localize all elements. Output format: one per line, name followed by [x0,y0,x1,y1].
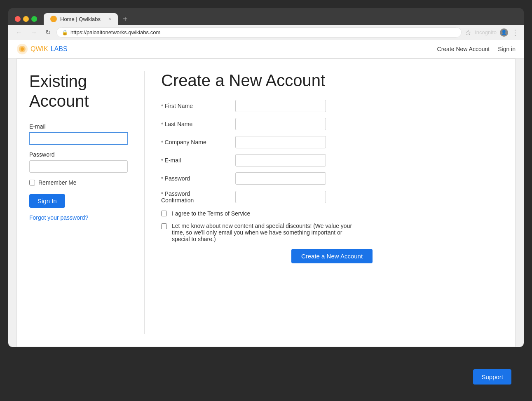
company-name-row: * Company Name [161,136,503,148]
new-password-row: * Password [161,172,503,185]
browser-window: Home | Qwiklabs × + ← → ↻ 🔒 https://palo… [8,8,524,347]
existing-account-title: Existing Account [29,71,128,111]
first-name-row: * First Name [161,100,503,112]
minimize-button[interactable] [23,16,29,22]
logo[interactable]: QWIKLABS [16,43,68,55]
terms-label: I agree to the Terms of Service [172,210,250,217]
site-header: QWIKLABS Create New Account Sign in [8,40,524,59]
remember-me-label: Remember Me [38,179,77,186]
remember-me-checkbox[interactable] [29,180,35,185]
forgot-password-link[interactable]: Forgot your password? [29,214,128,221]
svg-point-3 [21,47,24,51]
logo-labs: LABS [51,45,68,53]
create-account-button[interactable]: Create a New Account [291,249,373,263]
last-name-row: * Last Name [161,118,503,130]
bookmark-icon[interactable]: ☆ [465,28,471,37]
email-label: E-mail [29,123,128,130]
last-name-input[interactable] [235,118,326,130]
company-name-input[interactable] [235,136,326,148]
new-account-title: Create a New Account [161,71,503,90]
sign-in-button[interactable]: Sign In [29,194,65,208]
new-email-input[interactable] [235,154,326,166]
support-button[interactable]: Support [473,369,511,385]
terms-checkbox[interactable] [161,211,167,216]
new-email-label: * E-mail [161,157,235,164]
maximize-button[interactable] [31,16,37,22]
more-options-icon[interactable]: ⋮ [511,28,519,37]
password-confirm-row: * PasswordConfirmation [161,190,503,204]
tab-bar: Home | Qwiklabs × + [44,13,131,25]
password-confirm-input[interactable] [235,191,326,203]
email-group: E-mail [29,123,128,145]
last-name-label: * Last Name [161,121,235,127]
incognito-icon: 👤 [500,28,508,37]
password-input[interactable] [29,160,128,173]
page-content: QWIKLABS Create New Account Sign in Exis… [8,40,524,347]
active-tab[interactable]: Home | Qwiklabs × [44,13,118,25]
new-email-row: * E-mail [161,154,503,166]
forward-button[interactable]: → [28,28,40,37]
newsletter-checkbox[interactable] [161,223,167,229]
first-name-label: * First Name [161,103,235,109]
traffic-lights [15,16,37,22]
new-account-section: Create a New Account * First Name * Last… [145,71,503,334]
lock-icon: 🔒 [62,30,68,35]
remember-me-group: Remember Me [29,179,128,186]
tab-close-button[interactable]: × [108,16,111,22]
title-bar: Home | Qwiklabs × + [8,8,524,25]
content-card: Existing Account E-mail Password Remembe… [16,59,516,347]
existing-account-section: Existing Account E-mail Password Remembe… [29,71,145,334]
new-password-input[interactable] [235,172,326,185]
company-name-label: * Company Name [161,139,235,145]
incognito-label: Incognito [475,29,497,35]
url-input[interactable]: 🔒 https://paloaltonetworks.qwiklabs.com [56,27,462,38]
refresh-button[interactable]: ↻ [43,28,53,37]
svg-point-0 [52,17,56,21]
close-button[interactable] [15,16,21,22]
header-links: Create New Account Sign in [437,46,516,52]
new-tab-button[interactable]: + [120,14,131,24]
password-confirm-label: * PasswordConfirmation [161,190,235,204]
logo-qwik: QWIK [30,45,48,53]
newsletter-row: Let me know about new content and specia… [161,223,503,242]
back-button[interactable]: ← [13,28,25,37]
newsletter-label: Let me know about new content and specia… [172,223,357,242]
terms-row: I agree to the Terms of Service [161,210,503,217]
tab-title: Home | Qwiklabs [60,16,101,22]
create-account-link[interactable]: Create New Account [437,46,490,52]
address-bar: ← → ↻ 🔒 https://paloaltonetworks.qwiklab… [8,25,524,40]
first-name-input[interactable] [235,100,326,112]
tab-favicon [50,16,57,22]
new-password-label: * Password [161,175,235,182]
sign-in-link[interactable]: Sign in [498,46,516,52]
logo-icon [16,43,28,55]
password-label: Password [29,151,128,158]
email-input[interactable] [29,132,128,145]
password-group: Password [29,151,128,173]
url-text: https://paloaltonetworks.qwiklabs.com [70,29,160,35]
